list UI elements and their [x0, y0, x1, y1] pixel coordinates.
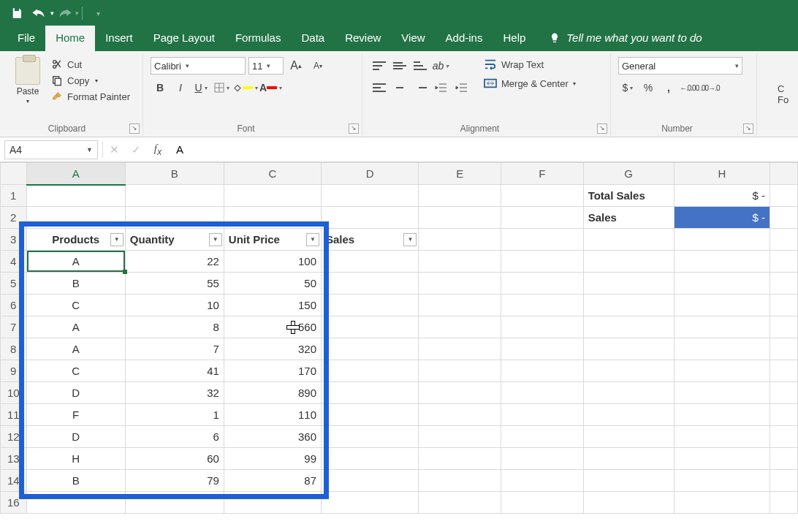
redo-button[interactable]: ▾: [54, 3, 79, 23]
row-header-5[interactable]: 5: [1, 273, 27, 294]
name-box[interactable]: A4 ▼: [4, 140, 98, 159]
cell-unitprice[interactable]: 110: [224, 404, 321, 426]
cell[interactable]: [501, 185, 584, 207]
tab-data[interactable]: Data: [291, 26, 335, 51]
align-bottom-button[interactable]: [411, 57, 430, 75]
cell[interactable]: [501, 273, 584, 294]
tab-formulas[interactable]: Formulas: [225, 26, 292, 51]
cell[interactable]: [501, 492, 584, 514]
cell[interactable]: [419, 338, 501, 360]
tab-view[interactable]: View: [391, 26, 435, 51]
cell[interactable]: [419, 470, 501, 492]
increase-indent-button[interactable]: [452, 79, 471, 96]
cell-quantity[interactable]: 41: [125, 360, 224, 382]
cell-quantity[interactable]: 1: [125, 404, 224, 426]
cell[interactable]: [674, 404, 770, 426]
col-header-F[interactable]: F: [501, 163, 584, 185]
qat-customize-button[interactable]: ▾: [86, 3, 110, 23]
cell[interactable]: [26, 185, 125, 207]
orientation-button[interactable]: ab▾: [431, 57, 450, 75]
insert-function-button[interactable]: fx: [147, 140, 169, 159]
cell-product[interactable]: B: [26, 273, 125, 294]
cell[interactable]: [501, 382, 584, 404]
cell[interactable]: [674, 229, 770, 251]
cell-quantity[interactable]: 6: [125, 426, 224, 448]
cell-product[interactable]: D: [26, 426, 125, 448]
cell[interactable]: [501, 316, 584, 338]
cell[interactable]: [419, 185, 501, 207]
cell-unitprice[interactable]: 890: [224, 382, 321, 404]
cell[interactable]: [419, 492, 501, 514]
save-button[interactable]: [4, 3, 29, 23]
cell-g1[interactable]: Total Sales: [583, 185, 674, 207]
cell[interactable]: [322, 470, 419, 492]
bold-button[interactable]: B: [151, 79, 170, 96]
tab-review[interactable]: Review: [335, 26, 391, 51]
filter-button[interactable]: ▼: [209, 233, 222, 246]
row-header-14[interactable]: 14: [1, 470, 27, 492]
cell[interactable]: [583, 316, 674, 338]
cell-unitprice[interactable]: 360: [224, 426, 321, 448]
cell-product[interactable]: C: [26, 360, 125, 382]
cell-unitprice[interactable]: 87: [224, 470, 321, 492]
cell-product[interactable]: A: [26, 316, 125, 338]
cell[interactable]: [501, 448, 584, 470]
col-header-H[interactable]: H: [674, 163, 770, 185]
cell-quantity[interactable]: 22: [125, 251, 224, 273]
cell[interactable]: [419, 426, 501, 448]
cell[interactable]: [322, 338, 419, 360]
col-header-B[interactable]: B: [125, 163, 224, 185]
cell[interactable]: [419, 229, 501, 251]
cell[interactable]: [501, 251, 584, 273]
cell-unitprice[interactable]: 560: [224, 316, 321, 338]
cell[interactable]: [583, 470, 674, 492]
comma-format-button[interactable]: ,: [659, 79, 678, 96]
row-header-9[interactable]: 9: [1, 360, 27, 382]
cell[interactable]: [674, 338, 770, 360]
enter-formula-button[interactable]: ✓: [125, 140, 147, 159]
number-dialog-launcher[interactable]: ↘: [743, 123, 753, 134]
row-header-2[interactable]: 2: [1, 207, 27, 229]
alignment-dialog-launcher[interactable]: ↘: [597, 123, 607, 134]
cell[interactable]: [583, 251, 674, 273]
cell[interactable]: [674, 273, 770, 294]
cell-quantity[interactable]: 8: [125, 316, 224, 338]
row-header-1[interactable]: 1: [1, 185, 27, 207]
row-header-16[interactable]: 16: [1, 492, 27, 514]
font-size-combo[interactable]: 11▾: [248, 57, 284, 75]
cell[interactable]: [583, 448, 674, 470]
cell-product[interactable]: A: [26, 338, 125, 360]
merge-center-button[interactable]: Merge & Center ▾: [481, 76, 579, 91]
cell-product[interactable]: D: [26, 382, 125, 404]
tab-home[interactable]: Home: [45, 26, 95, 51]
decrease-font-button[interactable]: A▾: [308, 57, 327, 75]
decrease-indent-button[interactable]: [431, 79, 450, 96]
cell[interactable]: [224, 492, 321, 514]
col-header-G[interactable]: G: [583, 163, 674, 185]
cell[interactable]: [674, 448, 770, 470]
cell[interactable]: [322, 207, 419, 229]
undo-button[interactable]: ▾: [29, 3, 54, 23]
cell[interactable]: [674, 316, 770, 338]
accounting-format-button[interactable]: $▾: [618, 79, 637, 96]
copy-button[interactable]: Copy ▾: [48, 73, 133, 88]
cell[interactable]: [583, 229, 674, 251]
align-left-button[interactable]: [370, 79, 389, 96]
row-header-13[interactable]: 13: [1, 448, 27, 470]
cell[interactable]: [674, 251, 770, 273]
cell[interactable]: [501, 360, 584, 382]
filter-button[interactable]: ▼: [306, 233, 319, 246]
font-dialog-launcher[interactable]: ↘: [349, 123, 359, 134]
cut-button[interactable]: Cut: [48, 57, 133, 72]
tab-insert[interactable]: Insert: [95, 26, 143, 51]
cell[interactable]: [583, 382, 674, 404]
cell[interactable]: [583, 426, 674, 448]
cell[interactable]: [224, 185, 321, 207]
wrap-text-button[interactable]: Wrap Text: [481, 57, 579, 72]
cell[interactable]: [583, 360, 674, 382]
font-color-button[interactable]: A▾: [259, 79, 282, 96]
worksheet-grid[interactable]: ABCDEFGH1Total Sales$ -2Sales$ -3Product…: [0, 162, 798, 514]
filter-button[interactable]: ▼: [110, 233, 123, 246]
clipboard-dialog-launcher[interactable]: ↘: [129, 123, 140, 134]
row-header-7[interactable]: 7: [1, 316, 27, 338]
